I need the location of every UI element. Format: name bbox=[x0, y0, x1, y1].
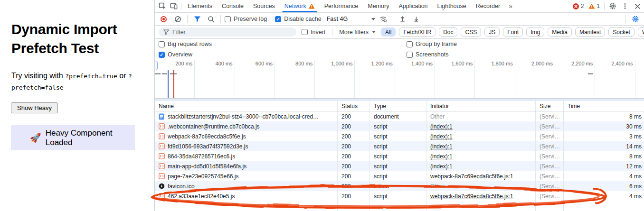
filter-chip-font[interactable]: Font bbox=[503, 28, 523, 37]
favicon-icon bbox=[159, 183, 165, 190]
name-cell[interactable]: favicon.ico bbox=[155, 181, 338, 191]
filter-chip-js[interactable]: JS bbox=[484, 28, 500, 37]
tab-label: Memory bbox=[368, 3, 389, 9]
table-row[interactable]: page-7ae23e0925745e66.js200scriptwebpack… bbox=[155, 171, 644, 181]
filter-chip-media[interactable]: Media bbox=[548, 28, 572, 37]
tab-elements[interactable]: Elements bbox=[183, 0, 217, 12]
table-row[interactable]: 462.a33aae1ec82e40e5.js200scriptwebpack-… bbox=[155, 191, 644, 201]
more-filters-dropdown[interactable]: More filters bbox=[339, 29, 376, 36]
preserve-log-checkbox[interactable]: Preserve log bbox=[225, 16, 267, 22]
column-header-initiator[interactable]: Initiator bbox=[426, 101, 536, 111]
timeline-tick: 200 ms bbox=[155, 60, 195, 98]
screenshots-checkbox[interactable]: Screenshots bbox=[407, 49, 640, 60]
tab-recorder[interactable]: Recorder bbox=[471, 0, 505, 12]
import-har-icon[interactable] bbox=[397, 13, 408, 25]
table-row[interactable]: 864-35da487265716ec6.js200script(index):… bbox=[155, 151, 644, 161]
more-tabs-button[interactable]: » bbox=[505, 2, 516, 10]
throttling-dropdown[interactable]: Fast 4G bbox=[327, 16, 375, 22]
initiator-link[interactable]: webpack-8a7c69ecda8c5f6e.js:1 bbox=[430, 173, 513, 180]
column-header-size[interactable]: Size bbox=[536, 101, 564, 111]
table-row[interactable]: main-app-dd5d01d5f584e6fa.js200script(in… bbox=[155, 161, 644, 171]
name-cell[interactable]: .webcontainer@runtime.cb7c0bca.js bbox=[155, 121, 338, 131]
initiator-link[interactable]: (index):1 bbox=[430, 133, 453, 140]
initiator-cell[interactable]: (index):1 bbox=[426, 151, 536, 161]
tab-application[interactable]: Application bbox=[394, 0, 432, 12]
initiator-cell[interactable]: (index):1 bbox=[426, 161, 536, 171]
tab-lighthouse[interactable]: Lighthouse bbox=[433, 0, 471, 12]
filter-input[interactable]: Filter bbox=[159, 28, 296, 37]
initiator-link[interactable]: (index):1 bbox=[430, 123, 453, 130]
filter-chip-doc[interactable]: Doc bbox=[439, 28, 457, 37]
search-icon[interactable] bbox=[205, 13, 217, 25]
column-header-type[interactable]: Type bbox=[370, 101, 426, 111]
group-by-frame-checkbox[interactable]: Group by frame bbox=[407, 39, 640, 49]
status-cell: 200 bbox=[338, 141, 370, 151]
empty-cell bbox=[426, 201, 536, 211]
show-heavy-button[interactable]: Show Heavy bbox=[11, 102, 58, 113]
devtools-tabbar: ElementsConsoleSourcesNetwork!Performanc… bbox=[155, 0, 644, 13]
filter-chip-socket[interactable]: Socket bbox=[608, 28, 635, 37]
close-icon[interactable] bbox=[632, 0, 643, 12]
table-row[interactable]: fd9d1056-693ad74f37592d3e.js200script(in… bbox=[155, 141, 644, 151]
device-toolbar-icon[interactable] bbox=[168, 0, 180, 12]
table-row[interactable]: .webcontainer@runtime.cb7c0bca.js200scri… bbox=[155, 121, 644, 131]
filter-funnel-icon[interactable] bbox=[191, 13, 203, 25]
tab-performance[interactable]: Performance bbox=[320, 0, 363, 12]
record-network-log-button[interactable] bbox=[161, 16, 167, 22]
size-cell: (Servi… bbox=[536, 161, 564, 171]
tab-memory[interactable]: Memory bbox=[363, 0, 394, 12]
name-cell[interactable]: main-app-dd5d01d5f584e6fa.js bbox=[155, 161, 338, 171]
initiator-cell[interactable]: webpack-8a7c69ecda8c5f6e.js:1 bbox=[426, 171, 536, 181]
filter-chip-manifest[interactable]: Manifest bbox=[575, 28, 605, 37]
network-settings-gear-icon[interactable] bbox=[630, 13, 641, 25]
network-overview-timeline[interactable]: 200 ms400 ms600 ms800 ms1,000 ms1,200 ms… bbox=[155, 60, 644, 99]
overview-checkbox[interactable]: Overview bbox=[159, 49, 407, 60]
kebab-menu-icon[interactable] bbox=[619, 0, 631, 12]
tab-console[interactable]: Console bbox=[217, 0, 248, 12]
name-cell[interactable]: fd9d1056-693ad74f37592d3e.js bbox=[155, 141, 338, 151]
filter-chip-fetch-xhr[interactable]: Fetch/XHR bbox=[399, 28, 436, 37]
tab-label: Application bbox=[398, 3, 427, 9]
table-row[interactable]: favicon.ico200x-iconOther(Servi…6 ms bbox=[155, 181, 644, 191]
error-icon bbox=[573, 3, 579, 9]
column-header-status[interactable]: Status bbox=[338, 101, 370, 111]
tab-network[interactable]: Network! bbox=[280, 0, 320, 12]
initiator-link[interactable]: (index):1 bbox=[430, 153, 453, 160]
big-request-rows-checkbox[interactable]: Big request rows bbox=[159, 39, 407, 49]
filter-chip-wasm[interactable]: Wasm bbox=[638, 28, 644, 37]
column-header-time[interactable]: Time bbox=[564, 101, 644, 111]
name-cell[interactable]: stackblitzstarterstjnv2bui-stz4--3000--c… bbox=[155, 111, 338, 121]
initiator-link[interactable]: (index):1 bbox=[430, 143, 453, 150]
initiator-link[interactable]: webpack-8a7c69ecda8c5f6e.js:1 bbox=[430, 193, 513, 200]
filter-chip-css[interactable]: CSS bbox=[461, 28, 481, 37]
error-badge[interactable]: 2 bbox=[571, 3, 586, 9]
settings-gear-icon[interactable] bbox=[607, 0, 618, 12]
tab-sources[interactable]: Sources bbox=[248, 0, 280, 12]
initiator-cell[interactable]: (index):1 bbox=[426, 131, 536, 141]
initiator-cell[interactable]: (index):1 bbox=[426, 121, 536, 131]
network-conditions-icon[interactable] bbox=[378, 13, 389, 25]
name-cell[interactable]: 864-35da487265716ec6.js bbox=[155, 151, 338, 161]
clear-network-log-icon[interactable] bbox=[172, 13, 183, 25]
disable-cache-label: Disable cache bbox=[284, 16, 322, 22]
timeline-tick: 2,400 ms bbox=[595, 60, 635, 98]
table-row[interactable]: webpack-8a7c69ecda8c5f6e.js200script(ind… bbox=[155, 131, 644, 141]
name-cell[interactable]: 462.a33aae1ec82e40e5.js bbox=[155, 191, 338, 201]
warning-badge[interactable]: ! 1 bbox=[587, 3, 602, 9]
initiator-cell[interactable]: webpack-8a7c69ecda8c5f6e.js:1 bbox=[426, 191, 536, 201]
table-row[interactable]: stackblitzstarterstjnv2bui-stz4--3000--c… bbox=[155, 111, 644, 121]
invert-checkbox[interactable]: Invert bbox=[302, 29, 325, 36]
column-header-name[interactable]: Name bbox=[155, 101, 338, 111]
disable-cache-checkbox[interactable]: Disable cache bbox=[275, 16, 322, 22]
initiator-cell[interactable]: (index):1 bbox=[426, 141, 536, 151]
filter-chip-img[interactable]: Img bbox=[526, 28, 544, 37]
name-cell[interactable]: webpack-8a7c69ecda8c5f6e.js bbox=[155, 131, 338, 141]
initiator-link[interactable]: (index):1 bbox=[430, 163, 453, 170]
timeline-tick: 2,200 ms bbox=[555, 60, 595, 98]
timeline-tick: 2,000 ms bbox=[515, 60, 555, 98]
filter-chip-all[interactable]: All bbox=[381, 28, 396, 37]
export-har-icon[interactable] bbox=[411, 13, 422, 25]
name-cell[interactable]: page-7ae23e0925745e66.js bbox=[155, 171, 338, 181]
overview-window-grip[interactable] bbox=[155, 61, 158, 70]
inspect-element-icon[interactable] bbox=[157, 0, 168, 12]
